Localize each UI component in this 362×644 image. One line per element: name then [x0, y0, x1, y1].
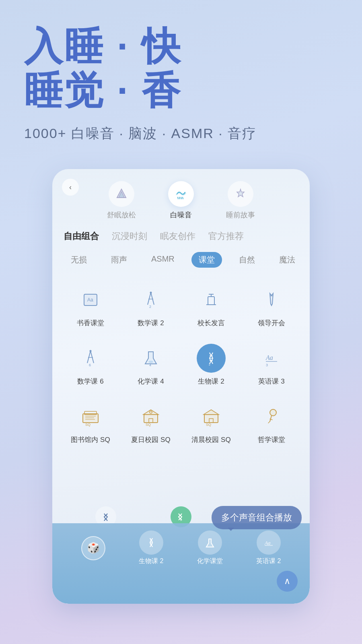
- think-icon: [257, 402, 286, 431]
- sound-summer-label: 夏日校园 SQ: [131, 435, 170, 444]
- relax-label: 舒眠放松: [107, 210, 136, 220]
- phone-mockup: ‹ 舒眠放松 白噪音: [52, 169, 310, 604]
- sound-english3-label: 英语课 3: [258, 377, 284, 386]
- svg-text:Aa: Aa: [87, 297, 93, 303]
- player-items: 🎲 生物课 2: [52, 523, 310, 569]
- svg-line-14: [87, 351, 90, 363]
- sound-morning-label: 清晨校园 SQ: [191, 435, 230, 444]
- tab-story[interactable]: 睡前故事: [226, 181, 255, 220]
- svg-line-15: [90, 351, 94, 363]
- player-bio-icon: [139, 530, 163, 555]
- story-label: 睡前故事: [226, 210, 255, 220]
- sound-chem4-label: 化学课 4: [138, 377, 164, 386]
- svg-text:2: 2: [149, 305, 151, 309]
- category-tabs: 自由组合 沉浸时刻 眠友创作 官方推荐: [52, 224, 310, 249]
- filter-ketang[interactable]: 课堂: [191, 252, 222, 268]
- dna-icon: 2: [197, 344, 226, 373]
- hero-section: 入睡 · 快 睡觉 · 香 1000+ 白噪音 · 脑波 · ASMR · 音疗: [0, 0, 362, 155]
- svg-line-5: [151, 293, 154, 305]
- svg-rect-9: [208, 297, 214, 305]
- svg-marker-36: [143, 410, 158, 415]
- svg-text:SQ: SQ: [146, 423, 151, 427]
- relax-icon: [109, 181, 134, 207]
- svg-rect-29: [83, 414, 98, 423]
- svg-text:Aa: Aa: [265, 354, 273, 361]
- player-chem[interactable]: 化学课堂: [197, 530, 223, 566]
- tie-icon: [257, 285, 286, 314]
- text-icon: Aa 3: [257, 344, 286, 373]
- svg-text:6: 6: [89, 363, 91, 367]
- player-chem-label: 化学课堂: [197, 557, 223, 566]
- svg-text:2: 2: [180, 518, 182, 521]
- sound-library[interactable]: SQ 图书馆内 SQ: [62, 394, 119, 449]
- flask-icon: 4: [136, 344, 165, 373]
- whitenoise-icon: [168, 181, 194, 207]
- cat-tab-chengjin[interactable]: 沉浸时刻: [112, 230, 147, 242]
- filter-yusheng[interactable]: 雨声: [104, 252, 134, 268]
- svg-line-4: [148, 293, 151, 305]
- player-english[interactable]: Aa 英语课 2: [256, 530, 281, 566]
- sound-english3[interactable]: Aa 3 英语课 3: [243, 336, 300, 391]
- sound-meeting-label: 领导开会: [258, 318, 285, 328]
- sound-principal-label: 校长发言: [197, 318, 225, 328]
- dice-button[interactable]: 🎲: [81, 536, 105, 560]
- dice-icon: 🎲: [81, 536, 105, 560]
- svg-text:Aa: Aa: [264, 540, 271, 546]
- tab-icons-row: 舒眠放松 白噪音 睡前故事: [52, 169, 310, 224]
- whitenoise-label: 白噪音: [170, 210, 192, 220]
- hero-title: 入睡 · 快 睡觉 · 香: [24, 24, 338, 113]
- sound-math6-label: 数学课 6: [77, 377, 103, 386]
- sound-shuxiang[interactable]: Aa 书香课堂: [62, 277, 119, 332]
- school-icon: SQ: [136, 402, 165, 431]
- story-icon: [228, 181, 253, 207]
- hero-line2: 睡觉 · 香: [24, 68, 338, 113]
- player-english-icon: Aa: [257, 530, 281, 555]
- sound-math2[interactable]: 2 数学课 2: [122, 277, 179, 332]
- cat-tab-mianyou[interactable]: 眠友创作: [160, 230, 195, 242]
- sound-bio2-label: 生物课 2: [198, 377, 224, 386]
- filter-mofa[interactable]: 魔法: [272, 252, 302, 268]
- svg-text:SQ: SQ: [206, 423, 211, 427]
- sound-math2-label: 数学课 2: [138, 318, 164, 328]
- tab-whitenoise[interactable]: 白噪音: [168, 181, 194, 220]
- school2-icon: SQ: [197, 402, 226, 431]
- library-icon: SQ: [76, 402, 105, 431]
- bottom-player-bar: 🎲 生物课 2: [52, 523, 310, 604]
- sound-library-label: 图书馆内 SQ: [71, 435, 110, 444]
- svg-text:4: 4: [149, 363, 151, 367]
- podium-icon: [197, 285, 226, 314]
- player-bio-label: 生物课 2: [139, 557, 163, 566]
- filter-asmr[interactable]: ASMR: [144, 252, 182, 268]
- back-button[interactable]: ‹: [62, 179, 79, 196]
- cat-tab-ziyou[interactable]: 自由组合: [64, 230, 99, 242]
- sound-meeting[interactable]: 领导开会: [243, 277, 300, 332]
- sound-morning[interactable]: SQ 清晨校园 SQ: [183, 394, 240, 449]
- svg-marker-41: [204, 410, 219, 415]
- player-chem-icon: [198, 530, 222, 555]
- svg-text:2: 2: [209, 363, 210, 366]
- hero-line1: 入睡 · 快: [24, 24, 338, 68]
- sound-grid: Aa 书香课堂 2 数学课 2: [52, 274, 310, 452]
- sound-bio2[interactable]: 2 生物课 2: [183, 336, 240, 391]
- filter-row: 无损 雨声 ASMR 课堂 自然 魔法 脑波: [52, 249, 310, 274]
- svg-point-17: [90, 350, 92, 352]
- sound-shuxiang-label: 书香课堂: [77, 318, 104, 328]
- cat-tab-guanfang[interactable]: 官方推荐: [208, 230, 244, 242]
- sound-principal[interactable]: 校长发言: [183, 277, 240, 332]
- sound-summer[interactable]: SQ 夏日校园 SQ: [122, 394, 179, 449]
- up-button[interactable]: ∧: [277, 571, 298, 592]
- compass2-icon: 6: [76, 344, 105, 373]
- sound-philosophy[interactable]: 哲学课堂: [243, 394, 300, 449]
- sound-chem4[interactable]: 4 化学课 4: [122, 336, 179, 391]
- hero-subtitle: 1000+ 白噪音 · 脑波 · ASMR · 音疗: [24, 124, 338, 143]
- book-icon: Aa: [76, 285, 105, 314]
- svg-text:3: 3: [266, 363, 268, 367]
- svg-point-7: [150, 292, 152, 294]
- svg-point-44: [270, 409, 276, 416]
- filter-wusun[interactable]: 无损: [64, 252, 94, 268]
- tooltip-bubble: 多个声音组合播放: [212, 506, 302, 529]
- sound-math6[interactable]: 6 数学课 6: [62, 336, 119, 391]
- player-bio[interactable]: 生物课 2: [139, 530, 163, 566]
- tab-relax[interactable]: 舒眠放松: [107, 181, 136, 220]
- filter-ziran[interactable]: 自然: [232, 252, 262, 268]
